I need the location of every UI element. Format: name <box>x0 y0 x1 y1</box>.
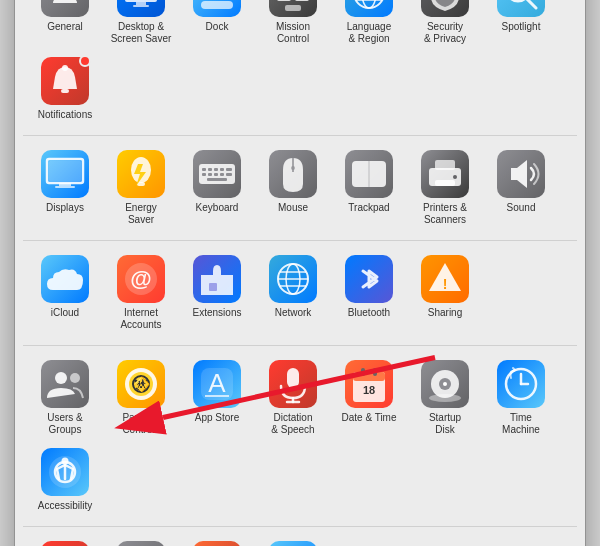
notifications-label: Notifications <box>38 109 92 121</box>
icloud-label: iCloud <box>51 307 79 319</box>
svg-rect-40 <box>220 173 224 176</box>
pref-printers[interactable]: Printers & Scanners <box>407 144 483 232</box>
svg-text:18: 18 <box>363 384 375 396</box>
accessibility-label: Accessibility <box>38 500 92 512</box>
mission-icon <box>269 0 317 17</box>
printers-label: Printers & Scanners <box>423 202 467 226</box>
svg-rect-11 <box>277 0 291 1</box>
pref-sharing[interactable]: ! Sharing <box>407 249 483 337</box>
pref-security[interactable]: Security & Privacy <box>407 0 483 51</box>
language-icon <box>345 0 393 17</box>
pref-spotlight[interactable]: Spotlight <box>483 0 559 51</box>
pref-internet[interactable]: @ Internet Accounts <box>103 249 179 337</box>
dictation-label: Dictation & Speech <box>271 412 314 436</box>
pref-bluetooth[interactable]: Bluetooth <box>331 249 407 337</box>
gifpaper-icon: GIF <box>117 541 165 547</box>
svg-rect-34 <box>214 168 218 171</box>
pref-datetime[interactable]: 18 Date & Time <box>331 354 407 442</box>
svg-point-82 <box>443 382 447 386</box>
pref-mouse[interactable]: Mouse <box>255 144 331 232</box>
svg-rect-49 <box>435 180 455 186</box>
pref-flash[interactable]: ⚡ Flash Player <box>27 535 103 547</box>
svg-point-61 <box>70 373 80 383</box>
svg-point-50 <box>453 175 457 179</box>
pref-displays[interactable]: Displays <box>27 144 103 232</box>
desktop-label: Desktop & Screen Saver <box>111 21 172 45</box>
pref-appstore[interactable]: A App Store <box>179 354 255 442</box>
notifications-icon <box>41 57 89 105</box>
pref-sound[interactable]: Sound <box>483 144 559 232</box>
pref-startup[interactable]: Startup Disk <box>407 354 483 442</box>
pref-users[interactable]: Users & Groups <box>27 354 103 442</box>
bluetooth-icon <box>345 255 393 303</box>
sound-icon <box>497 150 545 198</box>
pref-trackpad[interactable]: Trackpad <box>331 144 407 232</box>
svg-rect-75 <box>353 372 385 381</box>
parental-label: Parental Controls <box>122 412 159 436</box>
energy-label: Energy Saver <box>125 202 157 226</box>
svg-rect-37 <box>202 173 206 176</box>
svg-rect-32 <box>202 168 206 171</box>
appstore-icon: A <box>193 360 241 408</box>
pref-timemachine[interactable]: Time Machine <box>483 354 559 442</box>
pref-energy[interactable]: Energy Saver <box>103 144 179 232</box>
pref-language[interactable]: Language & Region <box>331 0 407 51</box>
pref-dictation[interactable]: Dictation & Speech <box>255 354 331 442</box>
startup-icon <box>421 360 469 408</box>
svg-rect-35 <box>220 168 224 171</box>
timemachine-label: Time Machine <box>502 412 540 436</box>
pref-accessibility[interactable]: Accessibility <box>27 442 103 518</box>
ntfs-icon: NTFS <box>269 541 317 547</box>
section-internet: iCloud @ Internet Accounts <box>23 241 577 346</box>
network-label: Network <box>275 307 312 319</box>
pref-desktop[interactable]: 📄 Desktop & Screen Saver <box>103 0 179 51</box>
pref-gifpaper[interactable]: GIF GIFPaperPrefs <box>103 535 179 547</box>
svg-rect-27 <box>59 183 71 186</box>
pref-mission[interactable]: Mission Control <box>255 0 331 51</box>
svg-rect-39 <box>214 173 218 176</box>
pref-icloud[interactable]: iCloud <box>27 249 103 337</box>
datetime-label: Date & Time <box>341 412 396 424</box>
keyboard-label: Keyboard <box>196 202 239 214</box>
flash-icon: ⚡ <box>41 541 89 547</box>
pref-parental[interactable]: 🚸 Parental Controls <box>103 354 179 442</box>
internet-label: Internet Accounts <box>120 307 161 331</box>
svg-rect-6 <box>201 1 233 9</box>
spotlight-icon <box>497 0 545 17</box>
notifications-badge <box>79 55 91 67</box>
pref-keyboard[interactable]: Keyboard <box>179 144 255 232</box>
sharing-icon: ! <box>421 255 469 303</box>
energy-icon <box>117 150 165 198</box>
svg-text:@: @ <box>130 266 151 291</box>
pref-ntfs[interactable]: NTFS NTFS for Mac OS X <box>255 535 331 547</box>
security-icon <box>421 0 469 17</box>
svg-rect-12 <box>295 0 309 1</box>
svg-rect-36 <box>226 168 232 171</box>
svg-rect-23 <box>61 89 69 93</box>
users-icon <box>41 360 89 408</box>
pref-network[interactable]: Network <box>255 249 331 337</box>
java-icon: ☕ <box>193 541 241 547</box>
pref-java[interactable]: ☕ Java <box>179 535 255 547</box>
pref-extensions[interactable]: Extensions <box>179 249 255 337</box>
sound-label: Sound <box>507 202 536 214</box>
general-icon <box>41 0 89 17</box>
svg-point-21 <box>507 0 529 1</box>
extensions-icon <box>193 255 241 303</box>
svg-rect-71 <box>287 368 299 388</box>
svg-rect-3 <box>136 2 146 5</box>
pref-dock[interactable]: Dock <box>179 0 255 51</box>
mission-label: Mission Control <box>276 21 310 45</box>
trackpad-icon <box>345 150 393 198</box>
general-label: General <box>47 21 83 33</box>
sharing-label: Sharing <box>428 307 462 319</box>
users-label: Users & Groups <box>47 412 83 436</box>
pref-notifications[interactable]: Notifications <box>27 51 103 127</box>
svg-text:!: ! <box>443 276 448 292</box>
svg-rect-76 <box>361 368 365 376</box>
pref-general[interactable]: General <box>27 0 103 51</box>
svg-rect-77 <box>373 368 377 376</box>
parental-icon: 🚸 <box>117 360 165 408</box>
svg-rect-26 <box>49 161 81 181</box>
svg-rect-13 <box>285 5 301 11</box>
